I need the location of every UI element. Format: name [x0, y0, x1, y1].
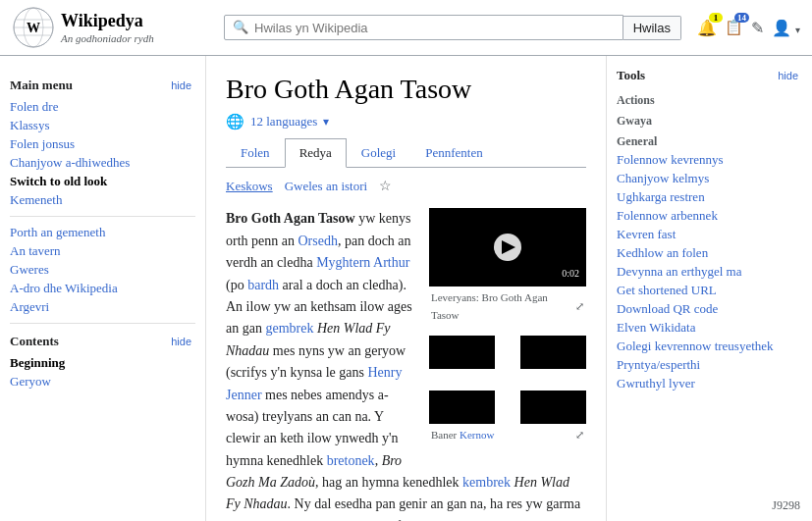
- video-caption: Leveryans: Bro Goth Agan Tasow ⤢: [429, 287, 586, 327]
- sidebar-item-tavern[interactable]: An tavern: [10, 243, 195, 259]
- image-caption: Baner Kernow ⤢: [429, 424, 586, 447]
- subtab-keskows[interactable]: Keskows: [226, 179, 273, 194]
- tools-header: Tools hide: [617, 68, 802, 83]
- play-button[interactable]: [494, 234, 521, 261]
- expand-icon[interactable]: ⤢: [575, 298, 584, 316]
- tools-item-kedhlow[interactable]: Kedhlow an folen: [617, 245, 802, 261]
- user-icon: 👤: [772, 20, 791, 36]
- henry-jenner-link[interactable]: Henry Jenner: [226, 365, 402, 401]
- kembrek-link[interactable]: kembrek: [462, 475, 511, 490]
- article-body: 0:02 Leveryans: Bro Goth Agan Tasow ⤢ Ba…: [226, 208, 586, 521]
- media-block: 0:02 Leveryans: Bro Goth Agan Tasow ⤢ Ba…: [429, 208, 586, 446]
- site-name: Wikipedya: [61, 11, 154, 32]
- baner-link[interactable]: Kernow: [460, 429, 494, 441]
- tab-golegi[interactable]: Golegi: [347, 138, 410, 167]
- sidebar-item-chanjyow[interactable]: Chanjyow a-dhiwedhes: [10, 155, 195, 171]
- tab-redya[interactable]: Redya: [285, 138, 347, 168]
- tools-section-general: General: [617, 134, 802, 149]
- logo-text: Wikipedya An godhoniador rydh: [61, 11, 154, 44]
- tools-item-chanjyow-kelmys[interactable]: Chanjyow kelmys: [617, 171, 802, 186]
- expand-icon-2[interactable]: ⤢: [575, 427, 584, 444]
- chevron-down-icon: ▾: [323, 115, 329, 130]
- gembrek-link[interactable]: gembrek: [265, 321, 313, 336]
- lang-link[interactable]: 12 languages: [250, 114, 317, 130]
- layout: Main menu hide Folen dre Klassys Folen j…: [0, 56, 812, 521]
- bardh-link[interactable]: bardh: [247, 278, 279, 292]
- svg-text:W: W: [27, 21, 40, 35]
- search-button[interactable]: Hwilas: [623, 16, 681, 40]
- main-menu-title: Main menu: [10, 78, 73, 93]
- sidebar-item-gweres[interactable]: Gweres: [10, 262, 195, 278]
- watchlist-icon-container[interactable]: 📋 14: [725, 19, 743, 36]
- main-menu-header: Main menu hide: [10, 78, 195, 93]
- video-thumbnail[interactable]: 0:02: [429, 208, 586, 287]
- tools-item-kevren-fast[interactable]: Kevren fast: [617, 227, 802, 242]
- sidebar-item-switch-look[interactable]: Switch to old look: [10, 174, 195, 189]
- sidebar-item-folen-dre[interactable]: Folen dre: [10, 99, 195, 115]
- tools-item-ughkarga[interactable]: Ughkarga restren: [617, 189, 802, 205]
- subtab-gweles[interactable]: Gweles an istori: [285, 179, 367, 194]
- sidebar-item-folen-jonsus[interactable]: Folen jonsus: [10, 136, 195, 152]
- contents-header: Contents hide: [10, 334, 195, 349]
- orsedh-link[interactable]: Orsedh: [298, 234, 337, 248]
- watchlist-badge: 14: [734, 13, 749, 23]
- tools-section-gwaya: Gwaya: [617, 114, 802, 129]
- tools-item-lyver[interactable]: Gwruthyl lyver: [617, 376, 802, 391]
- star-icon[interactable]: ☆: [379, 178, 392, 194]
- cornwall-flag-graphic: [429, 336, 586, 424]
- cornwall-flag-image[interactable]: [429, 336, 586, 424]
- tools-hide-button[interactable]: hide: [774, 69, 802, 82]
- tools-links: Folennow kevrennys Chanjyow kelmys Ughka…: [617, 152, 802, 391]
- sidebar-item-kemeneth[interactable]: Kemeneth: [10, 192, 195, 208]
- sidebar-item-geryow[interactable]: Geryow: [10, 374, 195, 390]
- sidebar-divider-2: [10, 323, 195, 324]
- tools-item-golegi[interactable]: Golegi kevrennow treusyethek: [617, 339, 802, 354]
- alerts-icon-container[interactable]: 🔔 1: [697, 19, 717, 37]
- tools-item-pryntya[interactable]: Pryntya/esperthi: [617, 357, 802, 373]
- header-icons: 🔔 1 📋 14 ✎ 👤 ▾: [697, 19, 800, 37]
- bretonek-link[interactable]: bretonek: [327, 453, 375, 468]
- tools-title: Tools: [617, 68, 645, 83]
- tools-item-devynna[interactable]: Devynna an erthygel ma: [617, 264, 802, 280]
- sidebar-item-argevri[interactable]: Argevri: [10, 299, 195, 315]
- sidebar-item-porth[interactable]: Porth an gemeneth: [10, 225, 195, 240]
- logo-area: W Wikipedya An godhoniador rydh: [12, 6, 208, 49]
- search-input[interactable]: [254, 21, 615, 35]
- contents-hide-button[interactable]: hide: [167, 335, 195, 348]
- play-arrow-icon: [502, 240, 515, 254]
- tools-item-wikidata[interactable]: Elven Wikidata: [617, 320, 802, 336]
- tab-pennfenten[interactable]: Pennfenten: [410, 138, 497, 167]
- main-nav: Folen dre Klassys Folen jonsus Chanjyow …: [10, 99, 195, 208]
- contributions-icon: ✎: [751, 20, 764, 36]
- sidebar-item-a-dro[interactable]: A-dro dhe Wikipedia: [10, 281, 195, 296]
- user-icon-container[interactable]: 👤 ▾: [772, 19, 800, 37]
- tab-folen[interactable]: Folen: [226, 138, 285, 167]
- search-icon: 🔍: [233, 20, 248, 35]
- sidebar-item-beginning[interactable]: Beginning: [10, 355, 195, 371]
- tools-section-actions: Actions: [617, 93, 802, 108]
- page-title: Bro Goth Agan Tasow: [226, 72, 586, 107]
- image-caption-text: Baner Kernow: [431, 427, 494, 444]
- chevron-down-icon: ▾: [795, 25, 800, 35]
- translate-icon: 🌐: [226, 113, 244, 130]
- sidebar-divider-1: [10, 216, 195, 217]
- page-number: J9298: [772, 498, 800, 513]
- alerts-badge: 1: [709, 13, 723, 23]
- bro-gozh-italic: Bro Gozh Ma Zadoù: [226, 453, 402, 490]
- subtabs-row: Keskows Gweles an istori ☆: [226, 178, 586, 194]
- tools-item-qr-code[interactable]: Download QR code: [617, 301, 802, 317]
- main-menu-hide-button[interactable]: hide: [167, 78, 195, 92]
- contributions-icon-container[interactable]: ✎: [751, 19, 764, 37]
- tools-panel: Tools hide Actions Gwaya General Folenno…: [606, 56, 812, 521]
- contents-nav: Beginning Geryow: [10, 355, 195, 390]
- tools-item-folennow-kevrennys[interactable]: Folennow kevrennys: [617, 152, 802, 168]
- site-tagline: An godhoniador rydh: [61, 32, 154, 44]
- main-content: Bro Goth Agan Tasow 🌐 12 languages ▾ Fol…: [206, 56, 606, 521]
- myghtern-link[interactable]: Myghtern Arthur: [316, 255, 409, 270]
- wikipedia-logo: W: [12, 6, 55, 49]
- tools-item-shortened-url[interactable]: Get shortened URL: [617, 283, 802, 298]
- tools-item-folennow-arbennek[interactable]: Folennow arbennek: [617, 208, 802, 224]
- sidebar: Main menu hide Folen dre Klassys Folen j…: [0, 56, 206, 521]
- search-area: 🔍 Hwilas: [224, 15, 681, 40]
- sidebar-item-klassys[interactable]: Klassys: [10, 118, 195, 133]
